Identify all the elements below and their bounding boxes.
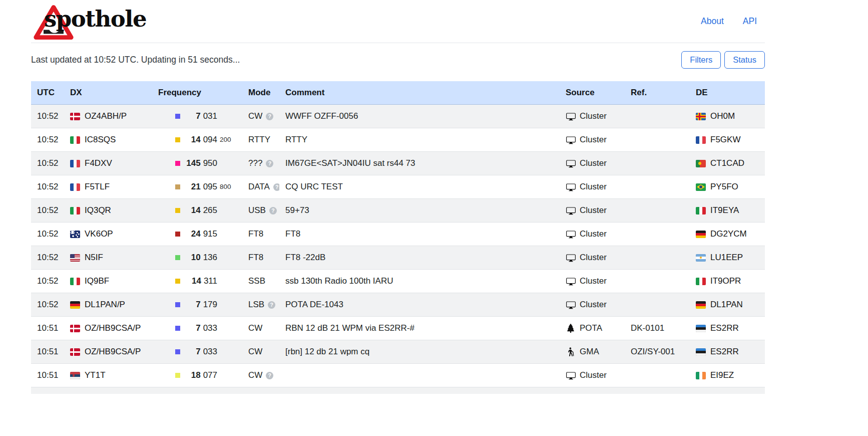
dx-callsign-link[interactable]: VK6OP <box>85 228 113 240</box>
dx-cell: F4DXV <box>64 152 152 175</box>
spots-table-container: UTC DX Frequency Mode Comment Source Ref… <box>31 81 765 394</box>
de-cell: DG2YCM <box>690 223 765 246</box>
spot-row[interactable]: 10:51 V6D 3573 FT8 FT8 Cluster <box>31 387 765 394</box>
band-color-icon <box>175 137 180 142</box>
spot-row[interactable]: 10:51 YT1T 18077 CW? Cluster <box>31 364 765 387</box>
spot-row[interactable]: 10:51 OZ/HB9CSA/P 7033 CW [rbn] 12 db 21… <box>31 340 765 364</box>
spot-row[interactable]: 10:52 IQ3QR 14265 USB? 59+73 Cluster <box>31 199 765 223</box>
dx-callsign-link[interactable]: IC8SQS <box>85 134 116 146</box>
dx-callsign-link[interactable]: IQ9BF <box>85 275 109 287</box>
dx-cell: YT1T <box>64 364 152 387</box>
ref-cell <box>625 387 690 394</box>
cluster-monitor-icon <box>566 371 576 380</box>
header-dx: DX <box>64 81 152 105</box>
utc-cell: 10:51 <box>31 387 64 394</box>
dx-cell: V6D <box>64 387 152 394</box>
de-callsign-link[interactable]: DL1PAN <box>710 299 743 311</box>
de-cell: ES2RR <box>690 340 765 364</box>
de-callsign-link[interactable]: ES2RR <box>710 322 739 334</box>
dx-callsign-link[interactable]: N5IF <box>85 252 103 264</box>
spot-row[interactable]: 10:52 IC8SQS 14094 200 RTTY RTTY Cluster <box>31 128 765 152</box>
utc-cell: 10:52 <box>31 223 64 246</box>
spot-row[interactable]: 10:52 VK6OP 24915 FT8 FT8 Cluster <box>31 223 765 246</box>
spot-row[interactable]: 10:52 OZ4ABH/P 7031 CW? WWFF OZFF-0056 C… <box>31 105 765 128</box>
utc-cell: 10:51 <box>31 340 64 364</box>
mode-cell: RTTY <box>242 128 279 152</box>
de-cell: F5GKW <box>690 128 765 152</box>
dx-cell: IQ9BF <box>64 270 152 293</box>
dx-callsign-link[interactable]: F4DXV <box>85 157 112 169</box>
mode-help-icon[interactable]: ? <box>266 372 273 379</box>
header-utc: UTC <box>31 81 64 105</box>
de-callsign-link[interactable]: EI9EZ <box>710 369 734 381</box>
comment-cell: FT8 <box>279 387 560 394</box>
status-button[interactable]: Status <box>724 51 765 69</box>
de-flag-icon-france <box>696 136 706 144</box>
utc-cell: 10:52 <box>31 175 64 199</box>
de-cell: DL1PAN <box>690 293 765 317</box>
band-color-icon <box>175 232 180 237</box>
de-callsign-link[interactable]: F5GKW <box>710 134 740 146</box>
spothole-logo[interactable]: spothole <box>31 4 181 41</box>
cluster-monitor-icon <box>566 182 576 192</box>
mode-cell: CW <box>242 340 279 364</box>
utc-cell: 10:51 <box>31 317 64 340</box>
de-callsign-link[interactable]: IT9EYA <box>710 204 739 216</box>
band-color-icon <box>175 255 180 260</box>
dx-callsign-link[interactable]: YT1T <box>85 369 106 381</box>
mode-cell: ???? <box>242 152 279 175</box>
de-cell: JI2KDZ <box>690 387 765 394</box>
source-cell: Cluster <box>560 152 625 175</box>
dx-callsign-link[interactable]: F5TLF <box>85 181 110 193</box>
source-cell: Cluster <box>560 293 625 317</box>
nav-link-about[interactable]: About <box>701 16 724 27</box>
de-callsign-link[interactable]: IT9OPR <box>710 275 741 287</box>
spot-row[interactable]: 10:52 F4DXV 145950 ???? IM67GE<SAT>JN04I… <box>31 152 765 175</box>
dx-callsign-link[interactable]: OZ4ABH/P <box>85 110 127 122</box>
top-nav: About API <box>701 16 765 27</box>
de-callsign-link[interactable]: OH0M <box>710 110 735 122</box>
de-callsign-link[interactable]: ES2RR <box>710 346 739 358</box>
mode-cell: CW? <box>242 364 279 387</box>
last-updated-text: Last updated at 10:52 UTC. Updating in 5… <box>31 55 240 65</box>
de-callsign-link[interactable]: JI2KDZ <box>710 393 739 394</box>
ref-cell <box>625 128 690 152</box>
spot-row[interactable]: 10:52 DL1PAN/P 7179 LSB? POTA DE-1043 Cl… <box>31 293 765 317</box>
dx-callsign-link[interactable]: OZ/HB9CSA/P <box>85 346 141 358</box>
ref-cell: DK-0101 <box>625 317 690 340</box>
mode-help-icon[interactable]: ? <box>266 113 273 120</box>
spot-row[interactable]: 10:52 IQ9BF 14311 SSB ssb 130th Radio 10… <box>31 270 765 293</box>
filters-button[interactable]: Filters <box>681 51 721 69</box>
dx-flag-icon-australia <box>70 231 80 238</box>
band-color-icon <box>175 114 180 119</box>
de-flag-icon-argentina <box>696 254 706 262</box>
dx-flag-icon-france <box>70 160 80 167</box>
mode-help-icon[interactable]: ? <box>273 183 279 191</box>
de-cell: IT9OPR <box>690 270 765 293</box>
dx-callsign-link[interactable]: IQ3QR <box>85 204 111 216</box>
spot-row[interactable]: 10:52 F5TLF 21095 800 DATA? CQ URC TEST … <box>31 175 765 199</box>
dx-callsign-link[interactable]: V6D <box>85 393 101 394</box>
mode-help-icon[interactable]: ? <box>266 160 273 167</box>
dx-flag-icon-france <box>70 183 80 191</box>
frequency-cell: 3573 <box>152 387 242 394</box>
dx-callsign-link[interactable]: DL1PAN/P <box>85 299 125 311</box>
dx-callsign-link[interactable]: OZ/HB9CSA/P <box>85 322 141 334</box>
comment-cell: POTA DE-1043 <box>279 293 560 317</box>
dx-flag-icon-italy <box>70 207 80 214</box>
header-source: Source <box>560 81 625 105</box>
de-callsign-link[interactable]: LU1EEP <box>710 252 743 264</box>
mode-help-icon[interactable]: ? <box>269 207 277 214</box>
mode-help-icon[interactable]: ? <box>268 301 275 309</box>
nav-link-api[interactable]: API <box>743 16 757 27</box>
spot-row[interactable]: 10:51 OZ/HB9CSA/P 7033 CW RBN 12 dB 21 W… <box>31 317 765 340</box>
de-callsign-link[interactable]: PY5FO <box>710 181 738 193</box>
de-flag-icon-ireland <box>696 372 706 379</box>
header-comment: Comment <box>279 81 560 105</box>
de-cell: LU1EEP <box>690 246 765 270</box>
spot-row[interactable]: 10:52 N5IF 10136 FT8 FT8 -22dB Cluster <box>31 246 765 270</box>
dx-flag-icon-denmark <box>70 325 80 332</box>
frequency-cell: 21095 800 <box>152 175 242 199</box>
de-callsign-link[interactable]: CT1CAD <box>710 157 744 169</box>
de-callsign-link[interactable]: DG2YCM <box>710 228 747 240</box>
